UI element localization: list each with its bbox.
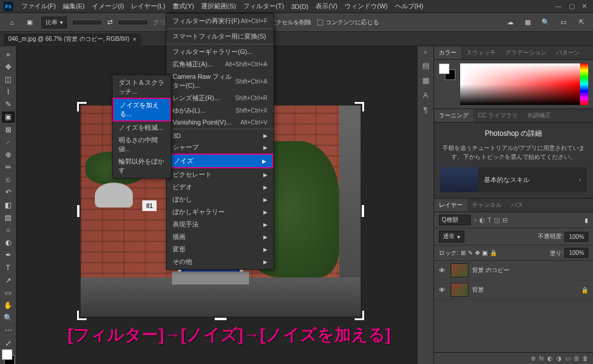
hand-tool[interactable]: ✋ xyxy=(2,299,15,311)
history-panel-icon[interactable]: ▤ xyxy=(422,61,429,70)
heal-tool[interactable]: ⊕ xyxy=(2,149,15,160)
submenu-median[interactable]: 明るさの中間値... xyxy=(113,134,171,155)
dodge-tool[interactable]: ◐ xyxy=(2,237,15,248)
fill-input[interactable]: 100% xyxy=(565,248,588,258)
menu-filter[interactable]: フィルター(T) xyxy=(240,1,288,12)
shape-tool[interactable]: ▭ xyxy=(2,287,15,298)
tab-channels[interactable]: チャンネル xyxy=(467,199,506,212)
menu-view[interactable]: 表示(V) xyxy=(312,1,341,12)
submenu-add-noise[interactable]: ノイズを加える... xyxy=(113,98,171,122)
menu-lens-correction[interactable]: レンズ補正(R)...Shift+Ctrl+R xyxy=(167,92,273,104)
menu-cat-sharpen[interactable]: シャープ▶ xyxy=(167,141,273,154)
tab-paths[interactable]: パス xyxy=(506,199,528,212)
lock-position-icon[interactable]: ✥ xyxy=(475,250,480,256)
tab-swatches[interactable]: スウォッチ xyxy=(461,46,500,59)
crop-handle-left[interactable] xyxy=(77,205,79,217)
ratio-dropdown[interactable]: 比率▾ xyxy=(42,17,67,28)
arrange-icon[interactable]: ▦ xyxy=(522,17,534,28)
quick-select-tool[interactable]: ✎ xyxy=(2,99,15,110)
menu-image[interactable]: イメージ(I) xyxy=(88,1,127,12)
menu-cat-distort[interactable]: 変形▶ xyxy=(167,243,273,256)
crop-handle-bottom-right[interactable] xyxy=(355,311,364,320)
menu-help[interactable]: ヘルプ(H) xyxy=(391,1,427,12)
tab-layers[interactable]: レイヤー xyxy=(434,199,467,212)
menu-cat-video[interactable]: ビデオ▶ xyxy=(167,181,273,193)
filter-smart-icon[interactable]: ⊟ xyxy=(502,216,508,224)
ratio-h-input[interactable] xyxy=(119,21,147,24)
menu-reapply-filter[interactable]: フィルターの再実行(F)Alt+Ctrl+F xyxy=(167,15,273,27)
menu-3d[interactable]: 3D(D) xyxy=(288,2,312,11)
tab-patterns[interactable]: パターン xyxy=(551,46,585,59)
crop-handle-top-right[interactable] xyxy=(355,102,364,111)
menu-select[interactable]: 選択範囲(S) xyxy=(197,1,240,12)
lock-pixels-icon[interactable]: ⊞ xyxy=(461,250,466,256)
menu-wide-angle[interactable]: 広角補正(A)...Alt+Shift+Ctrl+A xyxy=(167,58,273,71)
filter-pixel-icon[interactable]: ▫ xyxy=(474,216,477,224)
color-swap-icon[interactable]: ⤢ xyxy=(2,337,15,349)
ratio-w-input[interactable] xyxy=(73,21,101,24)
new-group-icon[interactable]: ▭ xyxy=(565,355,570,362)
link-layers-icon[interactable]: ⊕ xyxy=(531,355,535,362)
char-panel-icon[interactable]: A xyxy=(423,91,428,100)
crop-handle-right[interactable] xyxy=(362,205,364,217)
fgbg-swatches[interactable] xyxy=(2,349,15,364)
tab-gradients[interactable]: グラデーション xyxy=(500,46,551,59)
crop-handle-top-left[interactable] xyxy=(77,102,87,111)
cloud-icon[interactable]: ☁ xyxy=(504,17,516,28)
minimize-icon[interactable]: — xyxy=(555,2,562,10)
submenu-dust-scratches[interactable]: ダスト＆スクラッチ... xyxy=(113,76,171,98)
more-tool[interactable]: ⋯ xyxy=(2,325,15,336)
eyedropper-tool[interactable]: ⟋ xyxy=(2,136,15,148)
lock-all-icon[interactable]: 🔒 xyxy=(490,250,497,256)
menu-cat-other[interactable]: その他▶ xyxy=(167,256,273,268)
color-picker[interactable] xyxy=(460,63,588,105)
zoom-tool[interactable]: 🔍 xyxy=(2,312,15,324)
collapse-icon[interactable]: « xyxy=(424,49,428,55)
maximize-icon[interactable]: ▢ xyxy=(569,2,575,10)
filter-shape-icon[interactable]: ◫ xyxy=(494,216,500,224)
filter-type-icon[interactable]: T xyxy=(487,216,492,224)
eraser-tool[interactable]: ◧ xyxy=(2,199,15,210)
layer-item-bg-copy[interactable]: 👁 背景 のコピー xyxy=(434,261,593,280)
tab-color[interactable]: カラー xyxy=(434,46,461,59)
crop-handle-bottom-left[interactable] xyxy=(77,311,87,320)
delete-layer-icon[interactable]: 🗑 xyxy=(582,355,588,362)
content-aware-checkbox[interactable]: コンテンツに応じる xyxy=(317,18,379,27)
share-icon[interactable]: ⇱ xyxy=(575,17,587,28)
tab-cc-library[interactable]: CC ライブラリ xyxy=(473,109,522,122)
filter-toggle[interactable]: ▮ xyxy=(585,217,588,223)
path-tool[interactable]: ↗ xyxy=(2,274,15,286)
paragraph-panel-icon[interactable]: ¶ xyxy=(423,106,428,114)
menu-cat-render[interactable]: 表現手法▶ xyxy=(167,218,273,231)
workspace-icon[interactable]: ▭ xyxy=(557,17,569,28)
menu-convert-smart[interactable]: スマートフィルター用に変換(S) xyxy=(167,30,273,43)
tab-adjustments[interactable]: 色調補正 xyxy=(522,109,556,122)
lasso-tool[interactable]: ⌇ xyxy=(2,87,15,98)
close-icon[interactable]: ✕ xyxy=(582,2,587,10)
panel-fgbg-swatches[interactable] xyxy=(439,63,455,80)
layer-filter-dropdown[interactable]: Q種類 xyxy=(439,215,471,225)
stamp-tool[interactable]: ⎌ xyxy=(2,174,15,186)
search-icon[interactable]: 🔍 xyxy=(540,17,551,28)
type-tool[interactable]: T xyxy=(2,262,15,273)
visibility-icon[interactable]: 👁 xyxy=(439,286,447,293)
menu-edit[interactable]: 編集(E) xyxy=(59,1,88,12)
visibility-icon[interactable]: 👁 xyxy=(439,267,447,274)
brush-tool[interactable]: ✏ xyxy=(2,162,15,173)
swap-icon[interactable]: ⇄ xyxy=(107,18,113,26)
crop-handle-bottom[interactable] xyxy=(215,318,227,320)
layer-fx-icon[interactable]: fx xyxy=(539,355,544,362)
menu-type[interactable]: 書式(Y) xyxy=(169,1,198,12)
expand-icon[interactable]: » xyxy=(2,49,15,60)
menu-filter-gallery[interactable]: フィルターギャラリー(G)... xyxy=(167,46,273,58)
document-tab[interactable]: 046_m.jpg @ 66.7% (背景 のコピー, RGB/8#)× xyxy=(4,33,141,45)
new-adjust-icon[interactable]: ◑ xyxy=(556,355,562,362)
menu-camera-raw[interactable]: Camera Raw フィルター(C)...Shift+Ctrl+A xyxy=(167,71,273,92)
menu-window[interactable]: ウィンドウ(W) xyxy=(341,1,391,12)
opacity-input[interactable]: 100% xyxy=(565,232,588,242)
layer-mask-icon[interactable]: ◐ xyxy=(547,355,553,362)
home-icon[interactable]: ⌂ xyxy=(6,17,18,28)
menu-cat-blur-gallery[interactable]: ぼかしギャラリー▶ xyxy=(167,206,273,218)
menu-vanishing-point[interactable]: Vanishing Point(V)...Alt+Ctrl+V xyxy=(167,117,273,127)
learn-card-basic-skills[interactable]: 基本的なスキル › xyxy=(440,167,587,192)
